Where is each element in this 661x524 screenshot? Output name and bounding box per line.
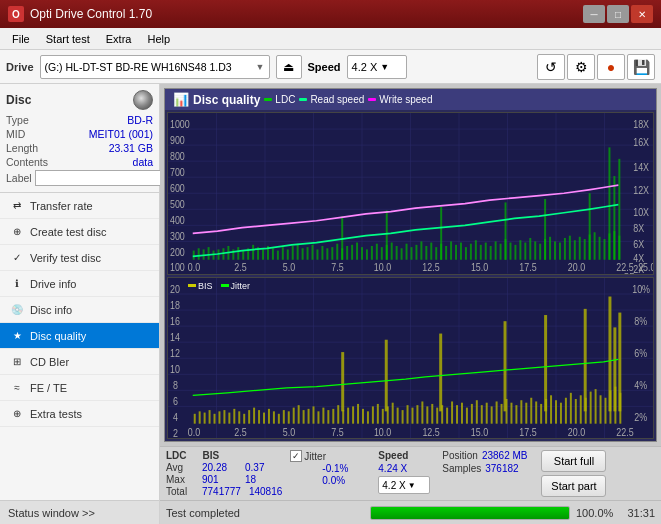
start-full-button[interactable]: Start full — [541, 450, 606, 472]
svg-rect-95 — [420, 241, 422, 259]
disc-mid-label: MID — [6, 128, 25, 140]
svg-rect-81 — [351, 245, 353, 260]
svg-rect-89 — [391, 243, 393, 260]
ldc-stats: LDC BIS Avg 20.28 0.37 Max 901 18 Total … — [166, 450, 282, 497]
save-button[interactable]: 💾 — [627, 54, 655, 80]
svg-rect-257 — [535, 401, 537, 423]
svg-rect-206 — [283, 410, 285, 424]
action-buttons: Start full Start part — [541, 450, 606, 497]
start-part-button[interactable]: Start part — [541, 475, 606, 497]
jitter-checkbox[interactable]: ✓ — [290, 450, 302, 462]
svg-text:20.0: 20.0 — [568, 426, 586, 438]
status-window-button[interactable]: Status window >> — [0, 500, 159, 524]
svg-rect-144 — [618, 159, 620, 260]
samples-row: Samples 376182 — [442, 463, 527, 474]
sidebar-item-disc-quality[interactable]: ★ Disc quality — [0, 323, 159, 349]
main-content: 📊 Disc quality LDC Read speed Write spee… — [160, 84, 661, 524]
svg-rect-111 — [500, 244, 502, 260]
lower-chart: 20 18 16 14 12 10 8 6 4 2 — [167, 277, 654, 440]
svg-rect-249 — [496, 401, 498, 423]
sidebar-item-verify-test-disc[interactable]: ✓ Verify test disc — [0, 245, 159, 271]
svg-rect-98 — [435, 247, 437, 260]
position-stats: Position 23862 MB Samples 376182 — [442, 450, 527, 474]
sidebar-item-disc-info[interactable]: 💿 Disc info — [0, 297, 159, 323]
svg-text:1000: 1000 — [170, 118, 190, 130]
disc-section-title: Disc — [6, 93, 31, 107]
svg-text:16: 16 — [170, 314, 180, 326]
speed-dropdown-arrow: ▼ — [408, 481, 416, 490]
svg-rect-246 — [481, 405, 483, 424]
disc-label-label: Label — [6, 172, 32, 184]
verify-test-disc-icon: ✓ — [10, 251, 24, 265]
jitter-legend-dot — [221, 284, 229, 287]
svg-rect-131 — [599, 237, 601, 260]
svg-rect-71 — [302, 248, 304, 259]
svg-rect-277 — [439, 333, 442, 411]
svg-text:8%: 8% — [634, 314, 647, 326]
svg-rect-75 — [321, 246, 323, 260]
create-test-disc-icon: ⊕ — [10, 225, 24, 239]
svg-rect-132 — [604, 239, 606, 260]
svg-text:6: 6 — [173, 395, 178, 407]
burn-button[interactable]: ● — [597, 54, 625, 80]
svg-rect-68 — [287, 249, 289, 259]
svg-rect-202 — [263, 412, 265, 423]
max-jitter: 0.0% — [322, 475, 345, 486]
svg-text:6%: 6% — [634, 347, 647, 359]
bis-legend-dot — [188, 284, 196, 287]
disc-type-value: BD-R — [127, 114, 153, 126]
svg-text:2%: 2% — [634, 411, 647, 423]
speed-dropdown[interactable]: 4.2 X ▼ — [378, 476, 430, 494]
chart-header: 📊 Disc quality LDC Read speed Write spee… — [165, 89, 656, 110]
svg-rect-59 — [242, 251, 244, 260]
svg-text:300: 300 — [170, 231, 185, 243]
svg-rect-141 — [589, 193, 591, 259]
svg-rect-90 — [396, 246, 398, 260]
close-button[interactable]: ✕ — [631, 5, 653, 23]
svg-text:18: 18 — [170, 298, 180, 310]
main-layout: Disc Type BD-R MID MEIT01 (001) Length 2… — [0, 84, 661, 524]
svg-rect-69 — [292, 246, 294, 260]
chart-title: Disc quality — [193, 93, 260, 107]
sidebar-item-cd-bier[interactable]: ⊞ CD BIer — [0, 349, 159, 375]
refresh-button[interactable]: ↺ — [537, 54, 565, 80]
svg-text:400: 400 — [170, 215, 185, 227]
svg-rect-122 — [554, 241, 556, 259]
avg-ldc: 20.28 — [202, 462, 237, 473]
sidebar-item-extra-tests[interactable]: ⊕ Extra tests — [0, 401, 159, 427]
svg-text:16X: 16X — [633, 137, 649, 149]
drive-selector[interactable]: (G:) HL-DT-ST BD-RE WH16NS48 1.D3 ▼ — [40, 55, 270, 79]
menu-file[interactable]: File — [4, 31, 38, 47]
menu-extra[interactable]: Extra — [98, 31, 140, 47]
svg-rect-78 — [336, 244, 338, 260]
menu-start-test[interactable]: Start test — [38, 31, 98, 47]
svg-rect-214 — [322, 407, 324, 423]
svg-rect-92 — [406, 244, 408, 260]
svg-rect-229 — [397, 407, 399, 423]
speed-selector[interactable]: 4.2 X ▼ — [347, 55, 407, 79]
svg-text:8X: 8X — [633, 223, 644, 235]
speed-stats-header: Speed — [378, 450, 430, 461]
svg-rect-223 — [367, 411, 369, 423]
svg-rect-125 — [569, 236, 571, 260]
jitter-checkbox-row[interactable]: ✓ Jitter — [290, 450, 370, 462]
charts-wrapper: 1000 900 800 700 600 500 400 300 200 100 — [165, 110, 656, 441]
disc-label-input[interactable] — [35, 170, 164, 186]
sidebar-item-transfer-rate[interactable]: ⇄ Transfer rate — [0, 193, 159, 219]
svg-text:5.0: 5.0 — [283, 262, 295, 274]
svg-rect-121 — [549, 237, 551, 260]
max-jitter-row: 0.0% — [290, 475, 370, 486]
minimize-button[interactable]: ─ — [583, 5, 605, 23]
sidebar-item-fe-te[interactable]: ≈ FE / TE — [0, 375, 159, 401]
settings-button[interactable]: ⚙ — [567, 54, 595, 80]
maximize-button[interactable]: □ — [607, 5, 629, 23]
svg-text:700: 700 — [170, 166, 185, 178]
drive-eject-button[interactable]: ⏏ — [276, 55, 302, 79]
svg-rect-228 — [392, 402, 394, 423]
svg-rect-216 — [332, 408, 334, 423]
sidebar-item-create-test-disc[interactable]: ⊕ Create test disc — [0, 219, 159, 245]
disc-length-value: 23.31 GB — [109, 142, 153, 154]
menu-help[interactable]: Help — [139, 31, 178, 47]
svg-rect-241 — [456, 405, 458, 424]
sidebar-item-drive-info[interactable]: ℹ Drive info — [0, 271, 159, 297]
